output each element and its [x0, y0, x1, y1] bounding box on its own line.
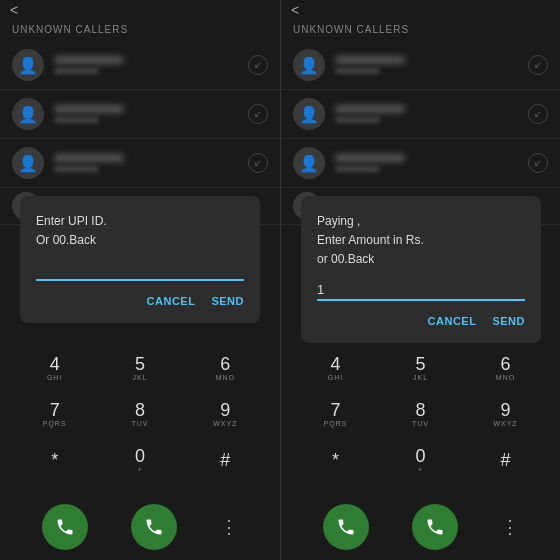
call-end-button-left[interactable]: [131, 504, 177, 550]
key-4-left[interactable]: 4 GHI: [29, 348, 81, 388]
dialpad-row-1-right: 4 GHI 5 JKL 6 MNO: [293, 348, 548, 388]
key-9-left[interactable]: 9 WXYZ: [199, 394, 251, 434]
caller-sub-3: [54, 166, 99, 172]
left-panel: < UNKNOWN CALLERS 👤 ↙ 👤: [0, 0, 280, 560]
call-item-2[interactable]: 👤 ↙: [0, 90, 280, 139]
key-star-right[interactable]: *: [310, 440, 362, 480]
call-direction-icon-3: ↙: [254, 158, 262, 168]
caller-name-r2: [335, 105, 405, 113]
back-button-left[interactable]: <: [10, 2, 18, 18]
call-direction-icon-r2: ↙: [534, 109, 542, 119]
send-button-right[interactable]: SEND: [492, 315, 525, 327]
call-item-r3[interactable]: 👤 ↙: [281, 139, 560, 188]
key-9-right[interactable]: 9 WXYZ: [480, 394, 532, 434]
caller-name-2: [54, 105, 124, 113]
header-title-right: UNKNOWN CALLERS: [293, 24, 548, 35]
person-icon-r3: 👤: [299, 154, 319, 173]
key-0-left[interactable]: 0 +: [114, 440, 166, 480]
phone-end-icon-right: [425, 517, 445, 537]
key-hash-left[interactable]: #: [199, 440, 251, 480]
call-direction-icon-r3: ↙: [534, 158, 542, 168]
call-type-icon-r3: ↙: [528, 153, 548, 173]
more-options-right[interactable]: ⋮: [501, 516, 519, 538]
person-icon-1: 👤: [18, 56, 38, 75]
key-5-left[interactable]: 5 JKL: [114, 348, 166, 388]
caller-sub-1: [54, 68, 99, 74]
amount-dialog: Paying , Enter Amount in Rs. or 00.Back …: [301, 196, 541, 343]
key-6-left[interactable]: 6 MNO: [199, 348, 251, 388]
phone-icon-left: [55, 517, 75, 537]
key-4-right[interactable]: 4 GHI: [310, 348, 362, 388]
status-bar-right: <: [281, 0, 560, 20]
send-button-left[interactable]: SEND: [211, 295, 244, 307]
caller-name-1: [54, 56, 124, 64]
caller-sub-r3: [335, 166, 380, 172]
phone-end-icon-left: [144, 517, 164, 537]
call-type-icon-r2: ↙: [528, 104, 548, 124]
call-list-right: 👤 ↙ 👤 ↙ 👤: [281, 41, 560, 340]
call-type-icon-r1: ↙: [528, 55, 548, 75]
caller-sub-r1: [335, 68, 380, 74]
more-options-left[interactable]: ⋮: [220, 516, 238, 538]
header-left: UNKNOWN CALLERS: [0, 20, 280, 41]
call-direction-icon-2: ↙: [254, 109, 262, 119]
person-icon-2: 👤: [18, 105, 38, 124]
call-direction-icon-1: ↙: [254, 60, 262, 70]
dialog-actions-right: CANCEL SEND: [317, 315, 525, 327]
caller-name-r1: [335, 56, 405, 64]
person-icon-3: 👤: [18, 154, 38, 173]
caller-sub-2: [54, 117, 99, 123]
call-end-button-right[interactable]: [412, 504, 458, 550]
avatar-3: 👤: [12, 147, 44, 179]
amount-input[interactable]: [317, 280, 525, 301]
key-8-right[interactable]: 8 TUV: [395, 394, 447, 434]
action-bar-left: ⋮: [0, 496, 280, 560]
dialpad-right: 4 GHI 5 JKL 6 MNO 7 PQRS 8 TUV 9: [281, 340, 560, 496]
key-0-right[interactable]: 0 +: [395, 440, 447, 480]
dialog-message-right: Paying , Enter Amount in Rs. or 00.Back: [317, 212, 525, 270]
avatar-r1: 👤: [293, 49, 325, 81]
call-direction-icon-r1: ↙: [534, 60, 542, 70]
phone-icon-right: [336, 517, 356, 537]
caller-name-3: [54, 154, 124, 162]
key-8-left[interactable]: 8 TUV: [114, 394, 166, 434]
back-button-right[interactable]: <: [291, 2, 299, 18]
key-7-left[interactable]: 7 PQRS: [29, 394, 81, 434]
upi-input[interactable]: [36, 260, 244, 281]
key-5-right[interactable]: 5 JKL: [395, 348, 447, 388]
dialpad-row-1-left: 4 GHI 5 JKL 6 MNO: [12, 348, 268, 388]
call-item-3[interactable]: 👤 ↙: [0, 139, 280, 188]
call-item-r1[interactable]: 👤 ↙: [281, 41, 560, 90]
cancel-button-right[interactable]: CANCEL: [428, 315, 477, 327]
action-bar-right: ⋮: [281, 496, 560, 560]
call-type-icon-3: ↙: [248, 153, 268, 173]
call-button-left[interactable]: [42, 504, 88, 550]
call-info-1: [54, 56, 248, 74]
upi-dialog: Enter UPI ID. Or 00.Back CANCEL SEND: [20, 196, 260, 323]
dialpad-row-3-left: * 0 + #: [12, 440, 268, 480]
person-icon-r1: 👤: [299, 56, 319, 75]
call-info-3: [54, 154, 248, 172]
avatar-2: 👤: [12, 98, 44, 130]
call-item-1[interactable]: 👤 ↙: [0, 41, 280, 90]
call-button-right[interactable]: [323, 504, 369, 550]
caller-name-r3: [335, 154, 405, 162]
dialpad-row-3-right: * 0 + #: [293, 440, 548, 480]
header-right: UNKNOWN CALLERS: [281, 20, 560, 41]
call-type-icon-2: ↙: [248, 104, 268, 124]
dialog-message-left: Enter UPI ID. Or 00.Back: [36, 212, 244, 250]
key-6-right[interactable]: 6 MNO: [480, 348, 532, 388]
caller-sub-r2: [335, 117, 380, 123]
cancel-button-left[interactable]: CANCEL: [147, 295, 196, 307]
avatar-r3: 👤: [293, 147, 325, 179]
key-7-right[interactable]: 7 PQRS: [310, 394, 362, 434]
key-star-left[interactable]: *: [29, 440, 81, 480]
avatar-r2: 👤: [293, 98, 325, 130]
avatar-1: 👤: [12, 49, 44, 81]
call-info-r1: [335, 56, 528, 74]
dialpad-row-2-right: 7 PQRS 8 TUV 9 WXYZ: [293, 394, 548, 434]
call-info-2: [54, 105, 248, 123]
call-item-r2[interactable]: 👤 ↙: [281, 90, 560, 139]
key-hash-right[interactable]: #: [480, 440, 532, 480]
call-list-left: 👤 ↙ 👤 ↙ 👤: [0, 41, 280, 340]
